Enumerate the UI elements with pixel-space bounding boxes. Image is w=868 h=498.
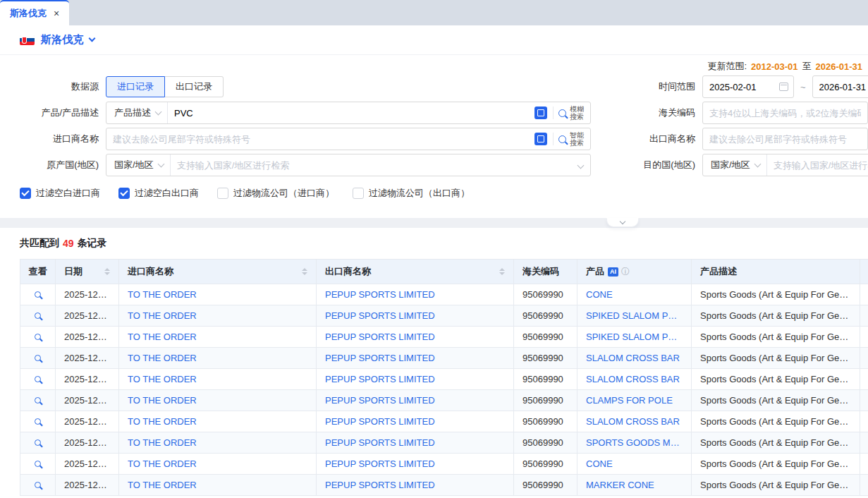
exporter-group <box>702 128 868 150</box>
origin-country-input[interactable] <box>171 155 575 175</box>
sort-icon[interactable] <box>499 268 505 275</box>
start-date-input[interactable] <box>703 77 779 97</box>
hs-code-input[interactable] <box>703 103 867 123</box>
exporter-link[interactable]: PEPUP SPORTS LIMITED <box>317 305 514 327</box>
sort-icon[interactable] <box>104 268 110 275</box>
importer-link[interactable]: TO THE ORDER <box>119 327 317 348</box>
importer-link[interactable]: TO THE ORDER <box>119 348 317 369</box>
info-icon[interactable]: ⓘ <box>621 266 630 278</box>
extra-cell <box>860 475 868 496</box>
view-button[interactable] <box>20 411 56 432</box>
product-link[interactable]: SLALOM CROSS BAR <box>577 348 692 369</box>
table-row: 2025-12-25TO THE ORDERPEPUP SPORTS LIMIT… <box>20 432 868 454</box>
col-header-exporter[interactable]: 出口商名称 <box>317 260 514 284</box>
col-header-date[interactable]: 日期 <box>56 260 119 284</box>
table-row: 2025-12-25TO THE ORDERPEPUP SPORTS LIMIT… <box>20 369 868 390</box>
tab-export-records[interactable]: 出口记录 <box>165 76 224 97</box>
origin-country-group: 国家/地区 <box>106 154 591 176</box>
view-button[interactable] <box>20 305 56 327</box>
tab-import-records[interactable]: 进口记录 <box>106 76 165 97</box>
view-button[interactable] <box>20 454 56 475</box>
product-link[interactable]: SPIKED SLALOM POLE <box>577 327 692 348</box>
date-cell: 2025-12-25 <box>56 369 119 390</box>
checkbox-icon[interactable] <box>118 188 130 199</box>
exporter-link[interactable]: PEPUP SPORTS LIMITED <box>317 390 514 411</box>
product-link[interactable]: CLAMPS FOR POLE <box>577 390 692 411</box>
checkbox-icon[interactable] <box>20 188 31 199</box>
filter-checkbox[interactable]: 过滤空白出口商 <box>118 187 199 200</box>
exporter-link[interactable]: PEPUP SPORTS LIMITED <box>317 369 514 390</box>
extra-cell <box>860 369 868 390</box>
checkbox-icon[interactable] <box>217 188 228 199</box>
sort-icon[interactable] <box>302 268 307 275</box>
fuzzy-search-button[interactable]: 模糊 搜索 <box>558 105 590 121</box>
data-source-field: 数据源 进口记录 出口记录 <box>7 75 598 98</box>
product-link[interactable]: CONE <box>577 454 692 475</box>
chevron-down-icon[interactable] <box>577 162 585 169</box>
importer-link[interactable]: TO THE ORDER <box>119 390 317 411</box>
origin-country-select[interactable]: 国家/地区 <box>106 154 171 176</box>
importer-link[interactable]: TO THE ORDER <box>119 305 317 327</box>
product-input[interactable] <box>168 103 534 123</box>
batch-search-icon[interactable] <box>534 133 547 145</box>
exporter-link[interactable]: PEPUP SPORTS LIMITED <box>317 432 514 454</box>
date-cell: 2025-12-25 <box>56 411 119 432</box>
view-button[interactable] <box>20 475 56 496</box>
exporter-link[interactable]: PEPUP SPORTS LIMITED <box>317 327 514 348</box>
importer-link[interactable]: TO THE ORDER <box>119 475 317 496</box>
product-link[interactable]: SLALOM CROSS BAR <box>577 411 692 432</box>
smart-search-line1: 智能 <box>570 131 584 139</box>
product-type-select[interactable]: 产品描述 <box>106 102 168 123</box>
product-link[interactable]: SPIKED SLALOM POLE <box>577 305 692 327</box>
collapse-filters-button[interactable] <box>606 218 639 227</box>
importer-link[interactable]: TO THE ORDER <box>119 369 317 390</box>
product-field: 产品/产品描述 产品描述 模糊 搜索 <box>7 102 598 124</box>
importer-search-group: 智能 搜索 <box>106 128 591 150</box>
view-button[interactable] <box>20 369 56 390</box>
exporter-link[interactable]: PEPUP SPORTS LIMITED <box>317 284 514 305</box>
view-button[interactable] <box>20 348 56 369</box>
chevron-down-icon[interactable] <box>89 35 96 42</box>
batch-search-icon[interactable] <box>534 107 547 119</box>
importer-input[interactable] <box>106 129 534 149</box>
filter-checkbox[interactable]: 过滤空白进口商 <box>20 187 100 200</box>
start-date-picker[interactable] <box>702 75 794 98</box>
exporter-input[interactable] <box>703 129 867 149</box>
view-button[interactable] <box>20 390 56 411</box>
table-row: 2025-12-25TO THE ORDERPEPUP SPORTS LIMIT… <box>20 390 868 411</box>
exporter-link[interactable]: PEPUP SPORTS LIMITED <box>317 454 514 475</box>
importer-link[interactable]: TO THE ORDER <box>119 411 317 432</box>
view-button[interactable] <box>20 327 56 348</box>
checkbox-icon[interactable] <box>353 188 364 199</box>
col-header-extra <box>860 260 868 284</box>
view-button[interactable] <box>20 432 56 454</box>
origin-country-label: 原产国(地区) <box>7 159 99 171</box>
date-cell: 2025-12-25 <box>56 305 119 327</box>
slovakia-flag-icon <box>20 35 35 45</box>
end-date-picker[interactable] <box>812 75 868 98</box>
view-button[interactable] <box>20 284 56 305</box>
destination-country-input[interactable] <box>767 155 868 175</box>
close-icon[interactable]: × <box>54 8 59 18</box>
checkbox-label: 过滤物流公司（进口商） <box>233 187 334 200</box>
smart-search-button[interactable]: 智能 搜索 <box>558 131 590 147</box>
importer-link[interactable]: TO THE ORDER <box>119 454 317 475</box>
exporter-link[interactable]: PEPUP SPORTS LIMITED <box>317 348 514 369</box>
product-link[interactable]: SPORTS GOODS MAR... <box>577 432 692 454</box>
importer-link[interactable]: TO THE ORDER <box>119 284 317 305</box>
importer-link[interactable]: TO THE ORDER <box>119 432 317 454</box>
destination-country-select[interactable]: 国家/地区 <box>703 154 767 176</box>
extra-cell <box>860 284 868 305</box>
filter-checkbox[interactable]: 过滤物流公司（出口商） <box>353 187 470 200</box>
filter-checkbox[interactable]: 过滤物流公司（进口商） <box>217 187 334 200</box>
col-header-hs-code: 海关编码 <box>514 260 577 284</box>
magnifier-icon <box>35 376 41 382</box>
exporter-link[interactable]: PEPUP SPORTS LIMITED <box>317 475 514 496</box>
end-date-input[interactable] <box>813 77 868 97</box>
tab-slovakia[interactable]: 斯洛伐克 × <box>0 0 69 25</box>
exporter-link[interactable]: PEPUP SPORTS LIMITED <box>317 411 514 432</box>
col-header-importer[interactable]: 进口商名称 <box>119 260 317 284</box>
product-link[interactable]: SLALOM CROSS BAR <box>577 369 692 390</box>
product-link[interactable]: CONE <box>577 284 692 305</box>
product-link[interactable]: MARKER CONE <box>577 475 692 496</box>
